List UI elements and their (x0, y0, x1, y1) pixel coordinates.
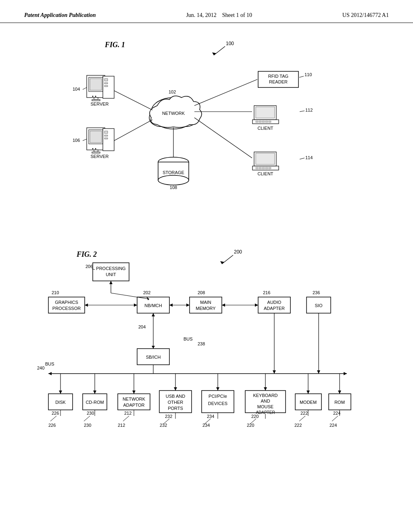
svg-point-20 (95, 96, 96, 97)
header-publication-type: Patent Application Publication (24, 12, 96, 19)
ref-212-b: 212 (118, 423, 125, 428)
svg-marker-78 (186, 303, 190, 307)
header-date-sheet: Jun. 14, 2012 Sheet 1 of 10 (186, 12, 252, 19)
fig2-section: FIG. 2 200 PROCESSING UNIT 206 NB/MCH 20… (24, 241, 389, 466)
ref-104: 104 (73, 87, 80, 91)
svg-rect-48 (265, 121, 268, 123)
svg-rect-23 (104, 83, 108, 84)
label-pci1: PCI/PCIe (209, 394, 227, 399)
svg-marker-124 (307, 391, 310, 394)
label-pci2: DEVICES (208, 401, 227, 406)
label-audio2: ADAPTER (264, 306, 285, 311)
svg-rect-75 (190, 297, 222, 313)
ref-114: 114 (305, 155, 313, 160)
svg-point-19 (92, 96, 94, 97)
label-audio1: AUDIO (267, 300, 282, 305)
svg-marker-88 (222, 303, 225, 307)
svg-rect-22 (104, 79, 108, 81)
label-sio: SIO (315, 303, 323, 308)
svg-line-59 (300, 158, 305, 159)
svg-rect-46 (259, 121, 261, 123)
svg-line-129 (50, 416, 56, 421)
ref-232-b: 232 (160, 423, 167, 428)
svg-rect-47 (262, 121, 265, 123)
svg-rect-18 (92, 100, 100, 101)
label-usb2: OTHER (168, 400, 184, 405)
ref-222-b: 222 (294, 423, 302, 428)
svg-marker-70 (109, 281, 113, 284)
svg-line-0 (214, 46, 225, 55)
svg-marker-82 (134, 303, 137, 307)
label-server1: SERVER (90, 102, 108, 106)
svg-line-130 (84, 416, 90, 421)
ref-230-b: 230 (84, 423, 91, 428)
svg-point-32 (95, 148, 96, 150)
svg-line-131 (123, 416, 129, 421)
ref-110: 110 (305, 72, 312, 77)
svg-marker-128 (338, 391, 341, 394)
label-mem2: MEMORY (196, 306, 216, 311)
ref-230: 230 (87, 411, 94, 416)
ref-200: 200 (234, 249, 242, 255)
svg-line-39 (114, 120, 152, 141)
label-rfid1: RFID TAG (268, 74, 288, 79)
svg-line-37 (83, 139, 87, 141)
ref-108: 108 (170, 185, 177, 190)
svg-marker-87 (255, 303, 258, 307)
label-server2: SERVER (90, 154, 108, 159)
ref-232: 232 (165, 414, 172, 419)
header-date: Jun. 14, 2012 (186, 12, 216, 18)
ref-202: 202 (143, 290, 150, 295)
ref-220: 220 (251, 414, 259, 419)
label-disk: DISK (55, 400, 66, 405)
ref-206: 206 (86, 264, 93, 269)
label-pu1: PROCESSING (96, 266, 125, 271)
svg-marker-108 (132, 391, 136, 394)
svg-rect-45 (256, 121, 258, 123)
label-rom: ROM (334, 400, 345, 405)
svg-rect-30 (92, 152, 100, 153)
svg-rect-34 (104, 131, 108, 133)
svg-rect-28 (90, 131, 102, 143)
label-usb3: PORTS (168, 406, 183, 411)
svg-rect-56 (262, 167, 265, 169)
svg-rect-55 (259, 167, 261, 169)
svg-marker-100 (59, 391, 62, 394)
svg-rect-54 (256, 167, 258, 169)
svg-line-60 (194, 79, 257, 106)
label-nbmch: NB/MCH (144, 303, 162, 308)
svg-marker-120 (264, 387, 267, 391)
svg-line-135 (299, 416, 305, 421)
label-pu2: UNIT (106, 272, 116, 277)
page-header: Patent Application Publication Jun. 14, … (0, 0, 413, 23)
svg-rect-16 (90, 79, 102, 90)
svg-marker-77 (169, 303, 173, 307)
label-gfx1: GRAPHICS (55, 300, 78, 305)
ref-210: 210 (52, 290, 59, 295)
svg-line-63 (222, 255, 233, 264)
ref-208: 208 (198, 290, 205, 295)
svg-rect-36 (104, 138, 108, 139)
label-mem1: MAIN (200, 300, 211, 305)
ref-100: 100 (226, 41, 234, 46)
svg-rect-57 (265, 167, 268, 169)
label-gfx2: PROCESSOR (52, 306, 81, 311)
ref-220-b: 220 (247, 423, 254, 428)
svg-marker-112 (174, 387, 177, 391)
ref-236: 236 (313, 290, 320, 295)
label-modem: MODEM (300, 400, 317, 405)
fig1-diagram: FIG. 1 100 NETWORK 102 (24, 31, 387, 224)
svg-marker-94 (48, 372, 52, 375)
header-sheet: Sheet 1 of 10 (222, 12, 252, 18)
ref-240: 240 (37, 366, 44, 370)
svg-rect-83 (258, 297, 290, 313)
ref-216: 216 (263, 290, 270, 295)
label-bus2: BUS (184, 337, 193, 341)
svg-line-38 (114, 91, 152, 110)
label-kb1: KEYBOARD (253, 393, 277, 398)
label-bus1: BUS (45, 362, 54, 366)
label-client1: CLIENT (257, 126, 273, 131)
label-cdrom: CD-ROM (86, 400, 104, 405)
ref-212: 212 (124, 411, 131, 416)
svg-marker-92 (317, 370, 320, 374)
